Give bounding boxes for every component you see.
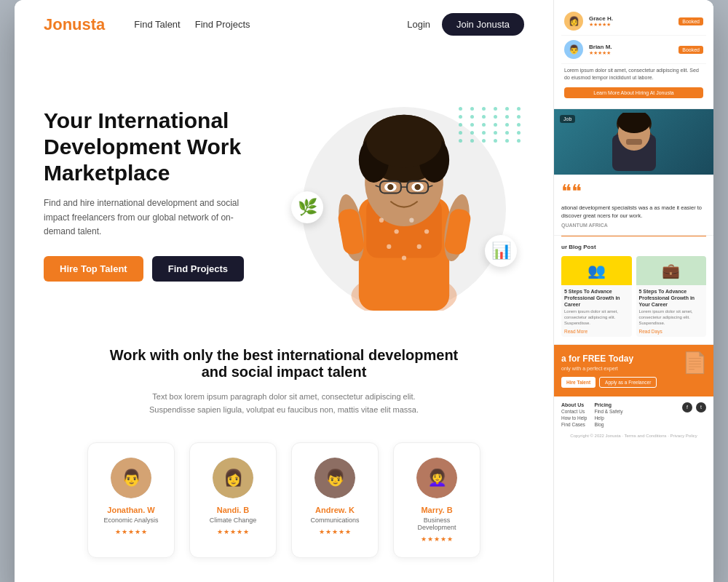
blog-card-text-0: 5 Steps To Advance Professional Growth i… (561, 285, 632, 337)
cta-freelancer-button[interactable]: Apply as a Freelancer (599, 377, 657, 388)
svg-point-16 (415, 184, 421, 190)
avatar-circle-1: 👩 (213, 458, 253, 498)
mini-profile-1: 👨 Brian M. ★★★★★ Booked (561, 36, 706, 64)
blog-card-sub-0: Lorem ipsum dolor sit amet, consectetur … (564, 309, 629, 326)
hero-image-wrap: 🌿 📊 (284, 78, 524, 311)
talent-card-2[interactable]: 👦 Andrew. K Communications ★★★★★ (291, 442, 379, 558)
side-quote: ❝❝ ational development specialists was a… (554, 175, 713, 236)
hero-subtitle: Find and hire international development … (44, 196, 248, 239)
talent-card-0[interactable]: 👨 Jonathan. W Economic Analysis ★★★★★ (87, 442, 175, 558)
talent-name-3: Marry. B (405, 506, 468, 514)
talent-name-2: Andrew. K (304, 506, 366, 514)
avatar-circle-0: 👨 (111, 458, 151, 498)
blog-card-title-0: 5 Steps To Advance Professional Growth i… (564, 288, 629, 308)
hero-text: Your International Development Work Mark… (44, 108, 284, 311)
svg-point-18 (395, 229, 399, 234)
navbar: Jonusta Find Talent Find Projects Login … (15, 0, 553, 49)
quote-text: ational development specialists was a as… (561, 204, 706, 220)
svg-point-22 (402, 255, 406, 260)
talent-avatar-2: 👦 (314, 458, 355, 498)
talent-avatar-3: 👩‍🦱 (416, 458, 457, 498)
svg-point-15 (387, 184, 393, 190)
talent-card-1[interactable]: 👩 Nandi. B Climate Change ★★★★★ (189, 442, 277, 558)
mini-badge-0: Booked (678, 17, 703, 25)
mini-profile-0: 👩 Grace H. ★★★★★ Booked (561, 7, 706, 36)
talent-row: 👨 Jonathan. W Economic Analysis ★★★★★ 👩 … (44, 442, 524, 573)
cta-decorative-icon: 📄 (682, 351, 708, 375)
hero-buttons: Hire Top Talent Find Projects (44, 256, 284, 282)
find-projects-button[interactable]: Find Projects (152, 256, 244, 282)
side-panel: 👩 Grace H. ★★★★★ Booked 👨 Brian M. ★★★★★… (553, 0, 713, 582)
side-blog: ur Blog Post 👥 5 Steps To Advance Profes… (554, 236, 713, 345)
mini-badge-1: Booked (678, 46, 703, 54)
nav-find-projects[interactable]: Find Projects (195, 19, 250, 30)
footer-heading-0: About Us (561, 402, 587, 407)
mini-info-1: Brian M. ★★★★★ (589, 44, 673, 56)
expert-label: Job (560, 115, 575, 123)
footer-link-0-2[interactable]: Find Cases (561, 422, 587, 427)
quote-author: QUANTUM AFRICA (561, 223, 706, 228)
blog-cards: 👥 5 Steps To Advance Professional Growth… (561, 256, 706, 337)
mini-avatar-1: 👨 (564, 40, 583, 59)
blog-card-0[interactable]: 👥 5 Steps To Advance Professional Growth… (561, 256, 632, 337)
cta-hire-button[interactable]: Hire Talent (561, 377, 596, 388)
expert-avatar (609, 113, 660, 171)
svg-rect-34 (626, 139, 642, 145)
mid-title: Work with only the best international de… (102, 347, 466, 380)
talent-stars-0: ★★★★★ (100, 528, 162, 535)
talent-stars-2: ★★★★★ (304, 528, 366, 535)
talent-role-3: Business Development (405, 517, 468, 531)
blog-read-more-0[interactable]: Read More (564, 329, 629, 334)
hero-person (317, 92, 491, 311)
mini-name-1: Brian M. (589, 44, 673, 50)
mini-stars-1: ★★★★★ (589, 50, 673, 56)
mid-subtitle: Text box lorem ipsum paragraph dolor sit… (131, 391, 437, 416)
footer-link-0-0[interactable]: Contact Us (561, 409, 587, 414)
mini-avatar-0: 👩 (564, 12, 583, 31)
brand-logo[interactable]: Jonusta (44, 15, 105, 34)
login-link[interactable]: Login (407, 19, 430, 30)
browser-window: Jonusta Find Talent Find Projects Login … (15, 0, 713, 582)
footer-social: f t (682, 402, 706, 412)
footer-col-0: About Us Contact Us How to Help Find Cas… (561, 402, 587, 427)
blog-card-text-1: 5 Steps To Advance Professional Growth i… (636, 285, 707, 337)
join-button[interactable]: Join Jonusta (442, 13, 524, 36)
side-footer: About Us Contact Us How to Help Find Cas… (554, 396, 713, 444)
cta-banner-buttons: Hire Talent Apply as a Freelancer (561, 377, 706, 388)
leaf-badge: 🌿 (291, 191, 323, 223)
twitter-icon[interactable]: t (696, 402, 706, 412)
footer-link-1-0[interactable]: Find & Safety (594, 409, 622, 414)
svg-point-23 (417, 244, 422, 249)
talent-stars-1: ★★★★★ (202, 528, 264, 535)
talent-avatar-1: 👩 (213, 458, 253, 498)
mini-name-0: Grace H. (589, 15, 673, 22)
footer-link-1-2[interactable]: Blog (594, 422, 622, 427)
footer-links: About Us Contact Us How to Help Find Cas… (561, 402, 622, 427)
footer-heading-1: Pricing (594, 402, 622, 407)
side-profile-cards: 👩 Grace H. ★★★★★ Booked 👨 Brian M. ★★★★★… (554, 0, 713, 109)
blog-img-icon-1: 💼 (662, 262, 680, 279)
talent-name-1: Nandi. B (202, 506, 264, 514)
talent-avatar-0: 👨 (111, 458, 151, 498)
side-cta-button[interactable]: Learn More About Hiring At Jonusta (564, 87, 703, 98)
avatar-circle-2: 👦 (314, 458, 355, 498)
footer-col-1: Pricing Find & Safety Help Blog (594, 402, 622, 427)
footer-copyright: Copyright © 2022 Jonusta · Terms and Con… (561, 434, 706, 438)
talent-role-1: Climate Change (202, 517, 264, 524)
talent-card-3[interactable]: 👩‍🦱 Marry. B Business Development ★★★★★ (393, 442, 480, 558)
svg-point-19 (409, 218, 414, 223)
nav-find-talent[interactable]: Find Talent (134, 19, 180, 30)
svg-point-20 (424, 229, 429, 234)
talent-name-0: Jonathan. W (100, 506, 162, 514)
svg-point-7 (366, 115, 442, 168)
quote-mark: ❝❝ (561, 182, 706, 201)
facebook-icon[interactable]: f (682, 402, 692, 412)
blog-read-more-1[interactable]: Read Days (639, 329, 704, 334)
footer-link-1-1[interactable]: Help (594, 415, 622, 420)
hero-section: Your International Development Work Mark… (15, 49, 553, 311)
hire-talent-button[interactable]: Hire Top Talent (44, 256, 143, 282)
hero-title: Your International Development Work Mark… (44, 108, 277, 186)
blog-card-1[interactable]: 💼 5 Steps To Advance Professional Growth… (636, 256, 707, 337)
blog-card-title-1: 5 Steps To Advance Professional Growth i… (639, 288, 704, 308)
footer-link-0-1[interactable]: How to Help (561, 415, 587, 420)
